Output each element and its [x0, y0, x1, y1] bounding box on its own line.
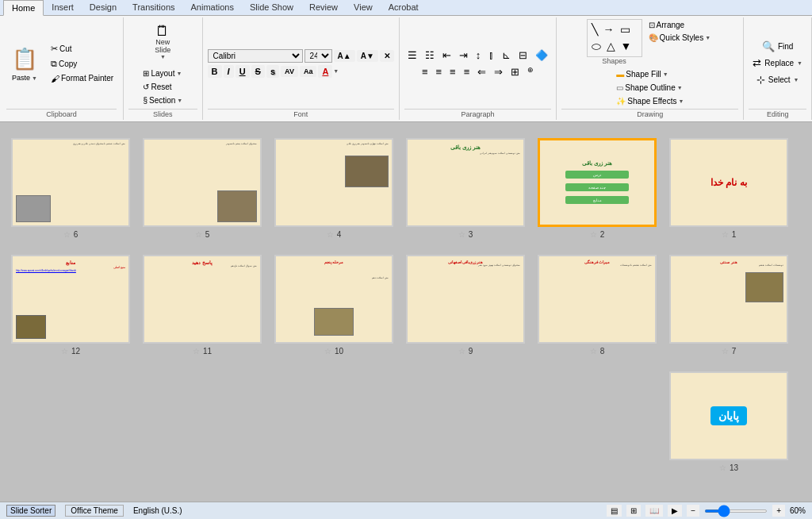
reading-view-button[interactable]: 📖: [645, 505, 663, 517]
more-para-button[interactable]: ⊕: [524, 64, 537, 79]
slide-show-button[interactable]: ▶: [668, 505, 682, 517]
font-name-select[interactable]: CalibriArialTimes New Roman: [208, 49, 303, 63]
slide-thumb-5[interactable]: محتوای اسلاید پنجم با تصویر: [143, 138, 262, 227]
font-size-increase-button[interactable]: A▲: [334, 50, 355, 62]
layout-button[interactable]: ⊞Layout▼: [140, 67, 186, 79]
increase-indent-button[interactable]: ⇥: [456, 48, 471, 63]
shape-fill-button[interactable]: ▬Shape Fill▼: [613, 68, 687, 80]
shape-effects-button[interactable]: ✨Shape Effects▼: [613, 95, 687, 107]
reset-button[interactable]: ↺Reset: [140, 81, 186, 93]
font-color-dropdown-icon[interactable]: ▼: [333, 68, 339, 74]
slide-thumb-10[interactable]: مرحله پنجم متن اسلاید دهم: [274, 255, 393, 344]
zoom-in-button[interactable]: +: [772, 505, 785, 517]
tab-insert[interactable]: Insert: [44, 0, 82, 15]
tab-animations[interactable]: Animations: [183, 0, 242, 15]
slide-sorter-button[interactable]: ⊞: [626, 505, 641, 517]
tab-view[interactable]: View: [346, 0, 381, 15]
slide-1-star[interactable]: ☆: [722, 230, 729, 239]
slide-thumb-2[interactable]: هنر زری باقی درس چند صفحه منابع: [538, 138, 657, 227]
new-slide-button[interactable]: 🗒 New Slide ▼: [147, 20, 178, 63]
tab-slideshow[interactable]: Slide Show: [242, 0, 301, 15]
bold-button[interactable]: B: [208, 65, 222, 78]
text-direction-button[interactable]: ⊾: [499, 48, 514, 63]
line-spacing-button[interactable]: ↕: [473, 48, 485, 63]
shape-more[interactable]: ▼: [619, 38, 634, 55]
slide-2-star[interactable]: ☆: [590, 230, 597, 239]
slide-thumb-12[interactable]: منابع منبع اصلی http://www.aparat.com/v/…: [11, 255, 130, 344]
new-slide-dropdown-icon[interactable]: ▼: [160, 54, 166, 60]
tab-review[interactable]: Review: [301, 0, 346, 15]
slide-10-star[interactable]: ☆: [324, 347, 331, 356]
slide-thumb-7[interactable]: هنر سنتی توضیحات اسلاید هفتم: [669, 255, 788, 344]
columns-button[interactable]: ⫿: [485, 48, 497, 63]
font-color-button[interactable]: A: [318, 65, 332, 78]
slide-thumb-9[interactable]: هنر زری‌بافی اصفهانی محتوای توضیحی اسلای…: [406, 255, 525, 344]
slide-thumb-6[interactable]: متن اسلاید ششم با محتوای دستی بافی و هنر…: [11, 138, 130, 227]
slide-5-star[interactable]: ☆: [195, 230, 202, 239]
underline-button[interactable]: U: [236, 65, 250, 78]
right-to-left-button[interactable]: ⇐: [474, 64, 489, 79]
slide-thumb-13[interactable]: پایان: [669, 371, 788, 460]
change-case-button[interactable]: Aa: [300, 66, 317, 77]
find-button[interactable]: 🔍 Find: [758, 39, 797, 54]
tab-home[interactable]: Home: [3, 0, 44, 16]
justify-button[interactable]: ≡: [461, 64, 473, 79]
slide-9-star[interactable]: ☆: [458, 347, 465, 356]
slide-thumb-3[interactable]: هنر زری باقی متن توضیحی اسلاید سوم هنر ا…: [406, 138, 525, 227]
normal-view-button[interactable]: ▤: [607, 505, 622, 517]
font-size-select[interactable]: 241836: [304, 49, 332, 63]
numbering-button[interactable]: ☷: [422, 48, 438, 63]
decrease-indent-button[interactable]: ⇤: [439, 48, 454, 63]
left-to-right-button[interactable]: ⇒: [491, 64, 506, 79]
slide-6-star[interactable]: ☆: [63, 230, 71, 239]
align-text-button[interactable]: ⊟: [515, 48, 530, 63]
shape-line[interactable]: ╲: [589, 21, 600, 37]
arrange-button[interactable]: ⊡Arrange: [645, 19, 714, 31]
shape-oval[interactable]: ⬭: [589, 38, 603, 55]
replace-button[interactable]: ⇄ Replace ▼: [749, 56, 806, 71]
tab-design[interactable]: Design: [82, 0, 124, 15]
strikethrough-button[interactable]: S: [251, 65, 265, 78]
shape-triangle[interactable]: △: [604, 38, 618, 55]
smartart-button[interactable]: 🔷: [532, 48, 551, 63]
zoom-slider[interactable]: [704, 509, 768, 513]
slide-11-star[interactable]: ☆: [193, 347, 200, 356]
section-button[interactable]: §Section▼: [140, 94, 186, 106]
slide-thumb-11[interactable]: پاسخ دهید متن سوال اسلاید یازدهم: [143, 255, 262, 344]
col-spacing-button[interactable]: ⊞: [508, 64, 523, 79]
shape-rect[interactable]: ▭: [618, 21, 633, 37]
slide-13-star[interactable]: ☆: [719, 463, 726, 472]
slide-8-star[interactable]: ☆: [590, 347, 597, 356]
replace-dropdown-icon[interactable]: ▼: [797, 60, 802, 66]
clear-formatting-button[interactable]: ✕: [380, 50, 394, 62]
tab-transitions[interactable]: Transitions: [124, 0, 182, 15]
zoom-out-button[interactable]: −: [687, 505, 699, 517]
slide-7-star[interactable]: ☆: [722, 347, 729, 356]
slide-3-star[interactable]: ☆: [458, 230, 465, 239]
tab-acrobat[interactable]: Acrobat: [381, 0, 427, 15]
slide-sorter-view-button[interactable]: Slide Sorter: [6, 505, 56, 517]
slide-12-star[interactable]: ☆: [61, 347, 68, 356]
text-shadow-button[interactable]: s: [266, 65, 279, 78]
shape-outline-button[interactable]: ▭Shape Outline▼: [613, 82, 687, 94]
select-dropdown-icon[interactable]: ▼: [794, 77, 799, 83]
cut-button[interactable]: ✂Cut: [48, 42, 117, 56]
font-size-decrease-button[interactable]: A▼: [357, 50, 378, 62]
italic-button[interactable]: I: [224, 65, 234, 78]
paste-dropdown-icon[interactable]: ▼: [32, 75, 37, 81]
shape-arrow[interactable]: →: [601, 21, 617, 37]
quick-styles-button[interactable]: 🎨Quick Styles▼: [645, 32, 714, 44]
align-right-button[interactable]: ≡: [446, 64, 459, 79]
char-spacing-button[interactable]: AV: [281, 66, 298, 77]
slide-thumb-1[interactable]: به نام خدا: [669, 138, 788, 227]
bullets-button[interactable]: ☰: [404, 48, 420, 63]
slide-thumb-4[interactable]: متن اسلاید چهارم با تصویر هنر زری بافی: [274, 138, 393, 227]
align-left-button[interactable]: ≡: [419, 64, 431, 79]
align-center-button[interactable]: ≡: [433, 64, 446, 79]
paste-button[interactable]: 📋: [6, 44, 43, 74]
copy-button[interactable]: ⧉Copy: [48, 57, 117, 71]
slide-4-star[interactable]: ☆: [327, 230, 334, 239]
slide-thumb-8[interactable]: میراث فرهنگی متن اسلاید هشتم با توضیحات: [538, 255, 657, 344]
format-painter-button[interactable]: 🖌Format Painter: [48, 72, 117, 85]
select-button[interactable]: ⊹ Select ▼: [753, 72, 803, 87]
